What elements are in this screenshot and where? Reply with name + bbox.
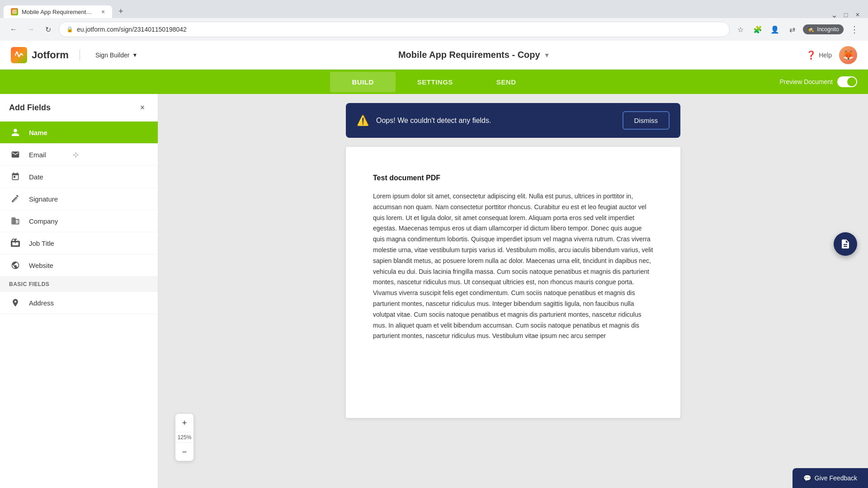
give-feedback-button[interactable]: 💬 Give Feedback bbox=[793, 468, 868, 488]
tab-settings-label: SETTINGS bbox=[417, 78, 453, 86]
field-email-label: Email bbox=[29, 151, 46, 159]
tab-close-icon[interactable]: × bbox=[101, 8, 105, 15]
zoom-in-button[interactable]: + bbox=[175, 414, 193, 432]
field-address-label: Address bbox=[29, 299, 54, 307]
help-circle-icon: ❓ bbox=[806, 50, 816, 60]
field-date-label: Date bbox=[29, 173, 43, 181]
address-bar[interactable]: 🔒 eu.jotform.com/sign/231401150198042 bbox=[59, 22, 730, 37]
preview-area: Preview Document bbox=[780, 76, 858, 87]
sync-icon[interactable]: ⇄ bbox=[786, 23, 798, 36]
chevron-down-icon: ▼ bbox=[132, 52, 137, 58]
new-tab-button[interactable]: + bbox=[114, 5, 127, 18]
field-item-job-title[interactable]: Job Title bbox=[0, 232, 158, 254]
close-window-button[interactable]: × bbox=[854, 12, 861, 18]
avatar[interactable]: 🦊 bbox=[839, 46, 857, 64]
website-icon bbox=[9, 261, 22, 270]
tab-settings[interactable]: SETTINGS bbox=[396, 72, 475, 92]
app-title-area: Mobile App Requirements - Copy ▼ bbox=[153, 50, 795, 60]
browser-chrome: Mobile App Requirements - Cop... × + ⌄ □… bbox=[0, 0, 868, 41]
document-body: Lorem ipsum dolor sit amet, consectetur … bbox=[373, 191, 653, 342]
feedback-icon: 💬 bbox=[803, 474, 811, 482]
job-title-icon bbox=[9, 239, 22, 248]
calendar-icon bbox=[9, 172, 22, 181]
build-bar: BUILD SETTINGS SEND Preview Document bbox=[0, 70, 868, 94]
document-paper: Test document PDF Lorem ipsum dolor sit … bbox=[346, 147, 680, 418]
person-icon bbox=[9, 128, 22, 137]
preview-toggle[interactable] bbox=[837, 76, 857, 87]
extensions-icon[interactable]: 🧩 bbox=[751, 23, 764, 36]
nav-right: ❓ Help 🦊 bbox=[806, 46, 857, 64]
drag-handle-icon: ⊹ bbox=[73, 150, 79, 159]
bookmark-icon[interactable]: ☆ bbox=[734, 23, 747, 36]
field-signature-label: Signature bbox=[29, 195, 58, 203]
help-button[interactable]: ❓ Help bbox=[806, 50, 832, 60]
incognito-label: Incognito bbox=[817, 26, 839, 33]
field-job-title-label: Job Title bbox=[29, 239, 54, 247]
back-button[interactable]: ← bbox=[7, 23, 20, 36]
alert-icon: ⚠️ bbox=[357, 115, 369, 127]
help-label: Help bbox=[819, 52, 832, 59]
logo-icon bbox=[11, 47, 27, 63]
top-nav: Jotform Sign Builder ▼ Mobile App Requir… bbox=[0, 41, 868, 70]
basic-fields-label: BASIC FIELDS bbox=[9, 281, 49, 287]
app-title-text: Mobile App Requirements - Copy bbox=[398, 50, 540, 60]
signature-icon bbox=[9, 194, 22, 203]
app-title-chevron-icon: ▼ bbox=[544, 52, 550, 59]
tab-send[interactable]: SEND bbox=[475, 72, 538, 92]
field-item-name[interactable]: Name bbox=[0, 122, 158, 144]
build-tabs: BUILD SETTINGS SEND bbox=[330, 72, 538, 92]
browser-controls: ← → ↻ 🔒 eu.jotform.com/sign/231401150198… bbox=[0, 18, 868, 41]
toggle-thumb bbox=[847, 77, 856, 86]
profile-icon[interactable]: 👤 bbox=[769, 23, 781, 36]
svg-rect-0 bbox=[12, 9, 17, 14]
give-feedback-label: Give Feedback bbox=[815, 474, 857, 482]
sign-builder-button[interactable]: Sign Builder ▼ bbox=[91, 49, 142, 61]
app: Jotform Sign Builder ▼ Mobile App Requir… bbox=[0, 41, 868, 488]
document-title: Test document PDF bbox=[373, 174, 653, 182]
fab-document-button[interactable] bbox=[834, 232, 857, 256]
incognito-icon: 🕵️ bbox=[807, 26, 814, 33]
tab-build[interactable]: BUILD bbox=[330, 72, 395, 92]
minimize-button[interactable]: ⌄ bbox=[831, 12, 837, 18]
field-item-email[interactable]: Email ⊹ bbox=[0, 144, 158, 166]
field-item-website[interactable]: Website bbox=[0, 254, 158, 277]
field-website-label: Website bbox=[29, 262, 53, 269]
alert-banner: ⚠️ Oops! We couldn't detect any fields. … bbox=[346, 103, 680, 138]
lock-icon: 🔒 bbox=[66, 26, 73, 33]
document-area: ⚠️ Oops! We couldn't detect any fields. … bbox=[158, 94, 868, 488]
tab-build-label: BUILD bbox=[352, 78, 373, 86]
forward-button[interactable]: → bbox=[24, 23, 37, 36]
active-tab[interactable]: Mobile App Requirements - Cop... × bbox=[4, 5, 112, 18]
sidebar-title: Add Fields bbox=[9, 103, 51, 113]
field-item-signature[interactable]: Signature bbox=[0, 188, 158, 210]
field-company-label: Company bbox=[29, 217, 58, 225]
email-icon bbox=[9, 150, 22, 159]
main-content: Add Fields × Name Email ⊹ bbox=[0, 94, 868, 488]
field-item-company[interactable]: Company bbox=[0, 210, 158, 232]
incognito-badge: 🕵️ Incognito bbox=[803, 24, 844, 34]
field-item-date[interactable]: Date bbox=[0, 166, 158, 188]
field-name-label: Name bbox=[29, 129, 47, 136]
zoom-controls: + 125% − bbox=[175, 414, 193, 461]
app-title[interactable]: Mobile App Requirements - Copy ▼ bbox=[398, 50, 550, 60]
sidebar: Add Fields × Name Email ⊹ bbox=[0, 94, 158, 488]
sign-builder-label: Sign Builder bbox=[95, 52, 130, 59]
tab-title: Mobile App Requirements - Cop... bbox=[22, 9, 94, 15]
restore-button[interactable]: □ bbox=[843, 12, 849, 18]
browser-tabs: Mobile App Requirements - Cop... × + ⌄ □… bbox=[0, 0, 868, 18]
favicon-icon bbox=[11, 8, 18, 15]
field-item-address[interactable]: Address bbox=[0, 292, 158, 314]
logo-area: Jotform bbox=[11, 47, 69, 63]
zoom-out-button[interactable]: − bbox=[175, 443, 193, 461]
sidebar-close-button[interactable]: × bbox=[136, 101, 149, 114]
tab-send-label: SEND bbox=[496, 78, 516, 86]
menu-icon[interactable]: ⋮ bbox=[848, 23, 861, 36]
sidebar-header: Add Fields × bbox=[0, 94, 158, 122]
dismiss-button[interactable]: Dismiss bbox=[623, 111, 670, 130]
zoom-value: 125% bbox=[175, 432, 193, 443]
nav-divider bbox=[80, 50, 80, 61]
alert-text: Oops! We couldn't detect any fields. bbox=[376, 117, 615, 125]
company-icon bbox=[9, 216, 22, 225]
address-text: eu.jotform.com/sign/231401150198042 bbox=[77, 26, 187, 33]
refresh-button[interactable]: ↻ bbox=[42, 23, 54, 36]
